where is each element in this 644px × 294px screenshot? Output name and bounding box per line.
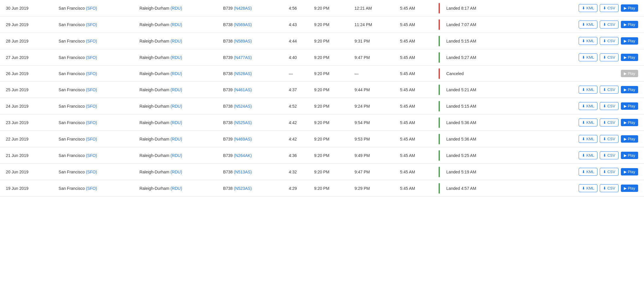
kml-button[interactable]: ⬇ KML [579, 168, 597, 176]
duration: 4:52 [286, 98, 311, 114]
actions: ⬇ KML ⬇ CSV ▶ Play [524, 180, 644, 197]
play-icon: ▶ [624, 39, 627, 43]
origin: San Francisco (SFO) [56, 131, 137, 147]
dest-code-link[interactable]: (RDU) [171, 170, 182, 174]
kml-button[interactable]: ⬇ KML [579, 135, 597, 143]
tail-number-link[interactable]: (N461AS) [234, 87, 252, 92]
origin-code-link[interactable]: (SFO) [86, 170, 97, 174]
dest-code-link[interactable]: (RDU) [171, 120, 182, 125]
origin-code-link[interactable]: (SFO) [86, 137, 97, 141]
csv-button[interactable]: ⬇ CSV [600, 53, 619, 61]
kml-button[interactable]: ⬇ KML [579, 102, 597, 110]
csv-button[interactable]: ⬇ CSV [600, 119, 619, 126]
actions-group: ⬇ KML ⬇ CSV ▶ Play [527, 184, 638, 192]
csv-button[interactable]: ⬇ CSV [600, 168, 619, 176]
table-row: 27 Jun 2019 San Francisco (SFO) Raleigh-… [0, 49, 644, 66]
status-indicator [437, 16, 443, 33]
tail-number-link[interactable]: (N513AS) [234, 170, 252, 174]
dest-code-link[interactable]: (RDU) [171, 55, 182, 60]
origin-code-link[interactable]: (SFO) [86, 6, 97, 11]
origin-code-link[interactable]: (SFO) [86, 104, 97, 109]
csv-label: CSV [607, 186, 615, 190]
status-text: Landed 5:36 AM [443, 131, 524, 147]
csv-label: CSV [607, 22, 615, 27]
play-button[interactable]: ▶ Play [621, 86, 638, 93]
dest-code-link[interactable]: (RDU) [171, 6, 182, 11]
kml-button[interactable]: ⬇ KML [579, 184, 597, 192]
play-button[interactable]: ▶ Play [621, 21, 638, 28]
tail-number-link[interactable]: (N524AS) [234, 104, 252, 109]
aircraft: B738 (N569AS) [220, 16, 286, 33]
sched-arrival: 5:45 AM [397, 147, 437, 164]
play-icon: ▶ [624, 22, 627, 27]
kml-button[interactable]: ⬇ KML [579, 86, 597, 94]
play-button[interactable]: ▶ Play [621, 37, 638, 45]
tail-number-link[interactable]: (N523AS) [234, 186, 252, 191]
download-csv-icon: ⬇ [603, 87, 606, 92]
dest-code-link[interactable]: (RDU) [171, 22, 182, 27]
dest-code-link[interactable]: (RDU) [171, 87, 182, 92]
csv-button[interactable]: ⬇ CSV [600, 151, 619, 159]
csv-button[interactable]: ⬇ CSV [600, 4, 619, 12]
play-button[interactable]: ▶ Play [621, 135, 638, 143]
origin-code-link[interactable]: (SFO) [86, 153, 97, 158]
tail-number-link[interactable]: (N469AS) [234, 137, 252, 141]
origin-code-link[interactable]: (SFO) [86, 120, 97, 125]
tail-number-link[interactable]: (N528AS) [234, 71, 252, 76]
csv-button[interactable]: ⬇ CSV [600, 37, 619, 45]
csv-button[interactable]: ⬇ CSV [600, 135, 619, 143]
kml-label: KML [586, 186, 594, 190]
origin: San Francisco (SFO) [56, 33, 137, 49]
origin-code-link[interactable]: (SFO) [86, 22, 97, 27]
download-kml-icon: ⬇ [582, 104, 585, 108]
kml-button[interactable]: ⬇ KML [579, 119, 597, 126]
origin-code-link[interactable]: (SFO) [86, 39, 97, 43]
dest-code-link[interactable]: (RDU) [171, 137, 182, 141]
kml-button[interactable]: ⬇ KML [579, 53, 597, 61]
origin-code-link[interactable]: (SFO) [86, 186, 97, 191]
play-button[interactable]: ▶ Play [621, 168, 638, 175]
tail-number-link[interactable]: (N589AS) [234, 39, 252, 43]
play-button[interactable]: ▶ Play [621, 54, 638, 61]
origin-code-link[interactable]: (SFO) [86, 71, 97, 76]
status-text: Landed 5:19 AM [443, 164, 524, 180]
download-csv-icon: ⬇ [603, 170, 606, 174]
tail-number-link[interactable]: (N477AS) [234, 55, 252, 60]
takeoff-time: 9:53 PM [352, 131, 397, 147]
kml-button[interactable]: ⬇ KML [579, 37, 597, 45]
kml-button[interactable]: ⬇ KML [579, 21, 597, 28]
play-button[interactable]: ▶ Play [621, 185, 638, 192]
play-button[interactable]: ▶ Play [621, 102, 638, 110]
tail-number-link[interactable]: (N428AS) [234, 6, 252, 11]
aircraft: B739 (N477AS) [220, 49, 286, 66]
kml-button[interactable]: ⬇ KML [579, 151, 597, 159]
kml-label: KML [586, 120, 594, 125]
dest-code-link[interactable]: (RDU) [171, 71, 182, 76]
csv-button[interactable]: ⬇ CSV [600, 21, 619, 28]
tail-number-link[interactable]: (N525AS) [234, 120, 252, 125]
dest-code-link[interactable]: (RDU) [171, 153, 182, 158]
flight-date: 20 Jun 2019 [0, 164, 56, 180]
play-button[interactable]: ▶ Play [621, 4, 638, 12]
play-button[interactable]: ▶ Play [621, 152, 638, 159]
kml-button[interactable]: ⬇ KML [579, 4, 597, 12]
download-kml-icon: ⬇ [582, 137, 585, 141]
duration: 4:44 [286, 33, 311, 49]
dest-code-link[interactable]: (RDU) [171, 104, 182, 109]
kml-label: KML [586, 87, 594, 92]
origin-code-link[interactable]: (SFO) [86, 55, 97, 60]
destination: Raleigh-Durham (RDU) [137, 33, 220, 49]
dest-code-link[interactable]: (RDU) [171, 186, 182, 191]
play-button[interactable]: ▶ Play [621, 119, 638, 126]
tail-number-link[interactable]: (N569AS) [234, 22, 252, 27]
destination: Raleigh-Durham (RDU) [137, 98, 220, 114]
csv-button[interactable]: ⬇ CSV [600, 184, 619, 192]
origin-code-link[interactable]: (SFO) [86, 87, 97, 92]
actions: ⬇ KML ⬇ CSV ▶ Play [524, 114, 644, 131]
dest-code-link[interactable]: (RDU) [171, 39, 182, 43]
csv-button[interactable]: ⬇ CSV [600, 86, 619, 94]
play-label: Play [628, 137, 635, 141]
takeoff-time: 9:24 PM [352, 98, 397, 114]
csv-button[interactable]: ⬇ CSV [600, 102, 619, 110]
tail-number-link[interactable]: (N264AK) [234, 153, 252, 158]
